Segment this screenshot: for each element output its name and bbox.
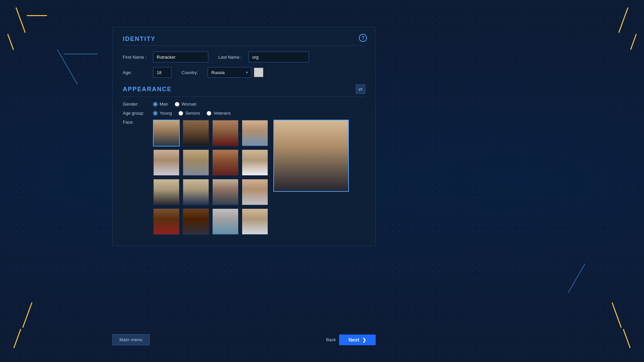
face-portrait-7 <box>213 150 238 175</box>
appearance-section: APPEARANCE ⇄ Gender: Man Woman Age group… <box>123 84 365 235</box>
age-group-label: Age group: <box>123 111 153 116</box>
face-thumb-14[interactable] <box>182 208 209 235</box>
gold-accent-2 <box>7 34 14 50</box>
gold-accent-7 <box>630 34 637 50</box>
face-portrait-6 <box>183 150 209 175</box>
age-veterans-radio[interactable] <box>207 111 211 116</box>
face-portrait-9 <box>154 179 179 205</box>
main-dialog: ? IDENTITY First Name : Last Name : Age:… <box>112 27 376 246</box>
face-thumb-8[interactable] <box>241 149 268 176</box>
face-portrait-10 <box>183 179 209 205</box>
gold-accent-1 <box>15 7 25 33</box>
country-group: Country: Russia France Germany Spain Bra… <box>181 67 263 78</box>
age-veterans-option[interactable]: Veterans <box>207 111 230 116</box>
face-thumb-3[interactable] <box>212 120 239 146</box>
age-country-row: Age: Country: Russia France Germany Spai… <box>123 67 365 78</box>
age-group-row: Age group: Young Seniors Veterans <box>123 111 365 116</box>
face-portrait-16 <box>242 209 268 234</box>
gender-man-radio[interactable] <box>153 102 158 107</box>
shuffle-button[interactable]: ⇄ <box>356 84 365 94</box>
identity-title: IDENTITY <box>123 36 365 46</box>
face-portrait-14 <box>183 209 209 234</box>
gold-accent-4 <box>22 302 32 328</box>
help-icon[interactable]: ? <box>359 34 367 42</box>
face-thumb-1[interactable] <box>153 120 180 146</box>
gold-accent-5 <box>13 329 21 348</box>
face-portrait-1 <box>154 120 179 146</box>
face-portrait-11 <box>213 179 238 205</box>
next-button[interactable]: Next ❯ <box>339 335 376 345</box>
age-young-option[interactable]: Young <box>153 111 172 116</box>
country-select[interactable]: Russia France Germany Spain Brazil USA U… <box>208 67 251 78</box>
bottom-bar: Main menu Back Next ❯ <box>112 334 376 345</box>
gold-accent-9 <box>623 329 631 348</box>
gold-accent-3 <box>27 15 47 16</box>
gold-accent-8 <box>611 302 622 328</box>
face-label: Face: <box>123 120 153 125</box>
gender-woman-option[interactable]: Woman <box>175 102 197 107</box>
face-grid-area <box>153 120 349 235</box>
age-label: Age: <box>123 70 153 75</box>
face-portrait-2 <box>183 120 209 146</box>
face-thumb-12[interactable] <box>241 179 268 205</box>
face-portrait-13 <box>154 209 179 234</box>
face-grid <box>153 120 268 235</box>
face-preview-image <box>274 120 348 191</box>
face-thumb-11[interactable] <box>212 179 239 205</box>
gender-row: Gender: Man Woman <box>123 102 365 107</box>
face-thumb-2[interactable] <box>182 120 209 146</box>
next-label: Next <box>348 337 359 343</box>
first-name-input[interactable] <box>153 52 208 62</box>
appearance-header: APPEARANCE ⇄ <box>123 84 365 97</box>
face-thumb-5[interactable] <box>153 149 180 176</box>
gender-radio-group: Man Woman <box>153 102 197 107</box>
first-name-label: First Name : <box>123 55 153 60</box>
face-portrait-15 <box>213 209 238 234</box>
age-young-label: Young <box>160 111 172 116</box>
back-button[interactable]: Back <box>326 337 336 342</box>
face-preview-large <box>273 120 349 192</box>
next-arrow-icon: ❯ <box>362 337 367 343</box>
face-portrait-12 <box>242 179 268 205</box>
face-thumb-16[interactable] <box>241 208 268 235</box>
navigation-buttons: Back Next ❯ <box>326 335 376 345</box>
gender-label: Gender: <box>123 102 153 107</box>
blue-accent-1 <box>57 50 78 85</box>
gender-man-label: Man <box>160 102 168 107</box>
age-seniors-option[interactable]: Seniors <box>178 111 200 116</box>
face-thumb-7[interactable] <box>212 149 239 176</box>
face-portrait-5 <box>154 150 179 175</box>
face-thumb-10[interactable] <box>182 179 209 205</box>
face-thumb-6[interactable] <box>182 149 209 176</box>
age-young-radio[interactable] <box>153 111 158 116</box>
face-row: Face: <box>123 120 365 235</box>
face-portrait-3 <box>213 120 238 146</box>
face-thumb-9[interactable] <box>153 179 180 205</box>
country-flag <box>254 68 263 77</box>
last-name-input[interactable] <box>249 52 309 62</box>
face-portrait-4 <box>242 120 268 146</box>
blue-accent-3 <box>568 263 585 293</box>
gender-man-option[interactable]: Man <box>153 102 168 107</box>
appearance-title: APPEARANCE <box>123 86 172 93</box>
identity-section: IDENTITY First Name : Last Name : Age: C… <box>123 36 365 78</box>
age-seniors-label: Seniors <box>185 111 200 116</box>
name-row: First Name : Last Name : <box>123 52 365 62</box>
age-seniors-radio[interactable] <box>178 111 183 116</box>
blue-accent-2 <box>64 54 97 54</box>
country-label: Country: <box>181 70 205 75</box>
age-veterans-label: Veterans <box>213 111 230 116</box>
gold-accent-6 <box>618 7 628 33</box>
age-input[interactable] <box>153 67 171 78</box>
age-group-radio-group: Young Seniors Veterans <box>153 111 231 116</box>
face-portrait-8 <box>242 150 268 175</box>
country-select-wrapper: Russia France Germany Spain Brazil USA U… <box>208 67 251 78</box>
last-name-label: Last Name : <box>218 55 249 60</box>
gender-woman-label: Woman <box>181 102 197 107</box>
face-thumb-13[interactable] <box>153 208 180 235</box>
gender-woman-radio[interactable] <box>175 102 179 107</box>
main-menu-button[interactable]: Main menu <box>112 334 150 345</box>
face-thumb-4[interactable] <box>241 120 268 146</box>
face-thumb-15[interactable] <box>212 208 239 235</box>
